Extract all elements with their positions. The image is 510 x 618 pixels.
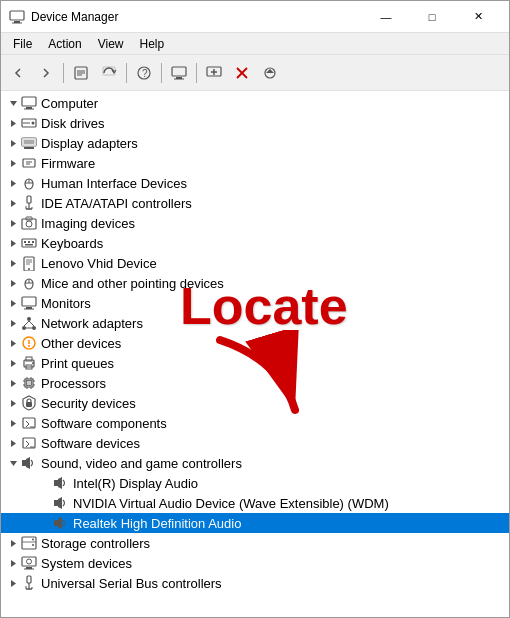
tree-item-realtek[interactable]: Realtek High Definition Audio	[1, 513, 509, 533]
tree-item-display-adapters[interactable]: Display adapters	[1, 133, 509, 153]
svg-rect-53	[24, 241, 26, 243]
computer-button[interactable]	[166, 60, 192, 86]
item-label-usb: Universal Serial Bus controllers	[41, 576, 222, 591]
tree-item-other[interactable]: Other devices	[1, 333, 509, 353]
tree-item-storage[interactable]: Storage controllers	[1, 533, 509, 553]
expand-icon-other[interactable]	[5, 335, 21, 351]
tree-item-ide[interactable]: IDE ATA/ATAPI controllers	[1, 193, 509, 213]
remove-button[interactable]	[229, 60, 255, 86]
refresh-button[interactable]	[257, 60, 283, 86]
toolbar: ?	[1, 55, 509, 91]
svg-marker-63	[11, 280, 16, 287]
minimize-button[interactable]: —	[363, 1, 409, 33]
expand-icon-display-adapters[interactable]	[5, 135, 21, 151]
tree-item-software-components[interactable]: Software components	[1, 413, 509, 433]
svg-point-115	[32, 539, 34, 541]
device-icon-network	[21, 315, 37, 331]
item-label-software-components: Software components	[41, 416, 167, 431]
expand-icon-firmware[interactable]	[5, 155, 21, 171]
tree-item-firmware[interactable]: Firmware	[1, 153, 509, 173]
svg-marker-122	[11, 580, 16, 587]
item-label-keyboards: Keyboards	[41, 236, 103, 251]
expand-icon-usb[interactable]	[5, 575, 21, 591]
expand-icon-computer[interactable]	[5, 95, 21, 111]
tree-item-mice[interactable]: Mice and other pointing devices	[1, 273, 509, 293]
menu-file[interactable]: File	[5, 35, 40, 53]
properties-button[interactable]	[68, 60, 94, 86]
expand-icon-intel-audio[interactable]	[37, 475, 53, 491]
tree-item-monitors[interactable]: Monitors	[1, 293, 509, 313]
svg-point-49	[26, 221, 32, 227]
expand-icon-disk-drives[interactable]	[5, 115, 21, 131]
tree-item-system[interactable]: System devices	[1, 553, 509, 573]
item-label-lenovo: Lenovo Vhid Device	[41, 256, 157, 271]
item-label-software-devices: Software devices	[41, 436, 140, 451]
device-icon-sound	[21, 455, 37, 471]
item-label-firmware: Firmware	[41, 156, 95, 171]
expand-icon-imaging[interactable]	[5, 215, 21, 231]
tree-item-network[interactable]: Network adapters	[1, 313, 509, 333]
tree-item-keyboards[interactable]: Keyboards	[1, 233, 509, 253]
device-icon-intel-audio	[53, 475, 69, 491]
item-label-realtek: Realtek High Definition Audio	[73, 516, 241, 531]
svg-point-59	[28, 268, 30, 270]
tree-item-print[interactable]: Print queues	[1, 353, 509, 373]
tree-item-disk-drives[interactable]: Disk drives	[1, 113, 509, 133]
svg-marker-20	[10, 101, 17, 106]
expand-icon-keyboards[interactable]	[5, 235, 21, 251]
tree-item-nvidia-audio[interactable]: NVIDIA Virtual Audio Device (Wave Extens…	[1, 493, 509, 513]
expand-icon-network[interactable]	[5, 315, 21, 331]
device-icon-usb	[21, 575, 37, 591]
svg-marker-24	[11, 120, 16, 127]
expand-icon-realtek[interactable]	[37, 515, 53, 531]
tree-item-processors[interactable]: Processors	[1, 373, 509, 393]
expand-icon-software-components[interactable]	[5, 415, 21, 431]
device-icon-disk-drives	[21, 115, 37, 131]
expand-icon-monitors[interactable]	[5, 295, 21, 311]
tree-item-sound[interactable]: Sound, video and game controllers	[1, 453, 509, 473]
add-button[interactable]	[201, 60, 227, 86]
close-button[interactable]: ✕	[455, 1, 501, 33]
tree-item-lenovo[interactable]: Lenovo Vhid Device	[1, 253, 509, 273]
menu-action[interactable]: Action	[40, 35, 89, 53]
device-icon-monitors	[21, 295, 37, 311]
svg-rect-109	[54, 480, 58, 486]
tree-item-usb[interactable]: Universal Serial Bus controllers	[1, 573, 509, 593]
svg-marker-98	[11, 400, 16, 407]
expand-icon-lenovo[interactable]	[5, 255, 21, 271]
help-button[interactable]: ?	[131, 60, 157, 86]
expand-icon-print[interactable]	[5, 355, 21, 371]
update-button[interactable]	[96, 60, 122, 86]
window-title: Device Manager	[31, 10, 363, 24]
expand-icon-mice[interactable]	[5, 275, 21, 291]
expand-icon-processors[interactable]	[5, 375, 21, 391]
svg-point-72	[27, 317, 31, 321]
tree-item-imaging[interactable]: Imaging devices	[1, 213, 509, 233]
expand-icon-system[interactable]	[5, 555, 21, 571]
svg-point-116	[32, 544, 34, 546]
item-label-imaging: Imaging devices	[41, 216, 135, 231]
forward-button[interactable]	[33, 60, 59, 86]
expand-icon-storage[interactable]	[5, 535, 21, 551]
expand-icon-sound[interactable]	[5, 455, 21, 471]
device-tree[interactable]: ComputerDisk drivesDisplay adaptersFirmw…	[1, 91, 509, 617]
expand-icon-security[interactable]	[5, 395, 21, 411]
device-icon-nvidia-audio	[53, 495, 69, 511]
tree-item-hid[interactable]: Human Interface Devices	[1, 173, 509, 193]
device-icon-mice	[21, 275, 37, 291]
expand-icon-ide[interactable]	[5, 195, 21, 211]
tree-item-intel-audio[interactable]: Intel(R) Display Audio	[1, 473, 509, 493]
menu-view[interactable]: View	[90, 35, 132, 53]
menu-help[interactable]: Help	[132, 35, 173, 53]
item-label-other: Other devices	[41, 336, 121, 351]
expand-icon-hid[interactable]	[5, 175, 21, 191]
expand-icon-software-devices[interactable]	[5, 435, 21, 451]
tree-item-software-devices[interactable]: Software devices	[1, 433, 509, 453]
back-button[interactable]	[5, 60, 31, 86]
item-label-ide: IDE ATA/ATAPI controllers	[41, 196, 192, 211]
expand-icon-nvidia-audio[interactable]	[37, 495, 53, 511]
tree-item-security[interactable]: Security devices	[1, 393, 509, 413]
tree-item-computer[interactable]: Computer	[1, 93, 509, 113]
svg-rect-110	[54, 500, 58, 506]
maximize-button[interactable]: □	[409, 1, 455, 33]
